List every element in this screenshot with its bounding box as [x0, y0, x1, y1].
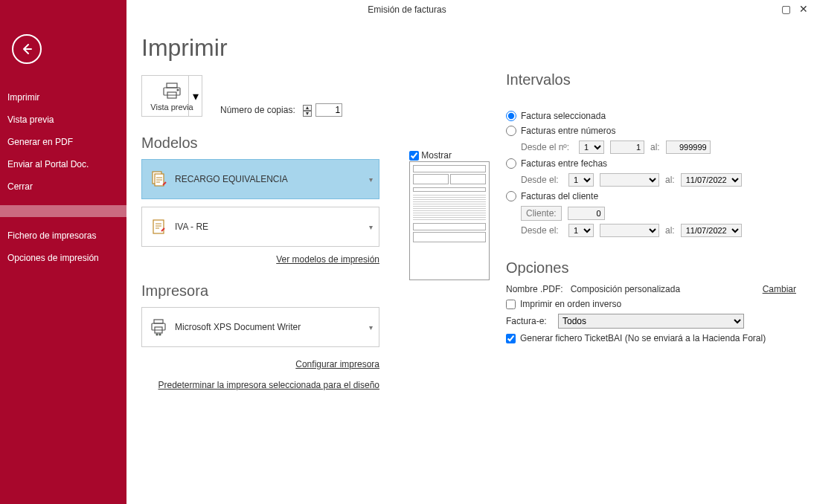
cliente-desde-date[interactable]	[600, 224, 659, 237]
radio-facturas-cliente[interactable]: Facturas del cliente	[506, 191, 796, 201]
mostrar-checkbox-row[interactable]: Mostrar	[409, 150, 452, 161]
facturae-label: Factura-e:	[506, 316, 554, 326]
sidebar-item-generar-pdf[interactable]: Generar en PDF	[0, 131, 126, 153]
sidebar-item-opciones-impresion[interactable]: Opciones de impresión	[0, 247, 126, 269]
intervalos-heading: Intervalos	[506, 71, 796, 88]
radio-facturas-fechas[interactable]: Facturas entre fechas	[506, 158, 796, 169]
svg-rect-7	[154, 320, 163, 323]
modelos-heading: Modelos	[141, 135, 379, 152]
sidebar-item-fichero-impresoras[interactable]: Fichero de impresoras	[0, 224, 126, 247]
model-option-2-label: IVA - RE	[175, 222, 208, 232]
copies-down[interactable]: ▾	[303, 111, 312, 117]
hasta-fecha-date[interactable]: 11/07/2022	[681, 173, 742, 187]
back-button[interactable]	[12, 34, 42, 64]
print-preview-thumbnail	[409, 161, 490, 280]
chevron-down-icon: ▾	[369, 175, 373, 184]
cliente-hasta-date[interactable]: 11/07/2022	[681, 224, 742, 237]
configurar-impresora-link[interactable]: Configurar impresora	[141, 359, 379, 369]
desde-num-label: Desde el nº:	[521, 142, 573, 152]
sidebar: Imprimir Vista previa Generar en PDF Env…	[0, 0, 126, 504]
desde-fecha-serie[interactable]: 1	[568, 173, 594, 187]
svg-point-11	[159, 334, 161, 335]
model-option-2[interactable]: IVA - RE ▾	[141, 207, 379, 247]
vista-previa-dropdown[interactable]: ▾	[188, 76, 202, 116]
ticketbai-checkbox[interactable]	[506, 334, 516, 343]
hasta-num-input[interactable]	[666, 140, 711, 154]
cliente-desde-serie[interactable]: 1	[568, 224, 594, 237]
desde-fecha-date[interactable]	[600, 173, 659, 187]
mostrar-label: Mostrar	[421, 150, 452, 161]
model-option-1-label: RECARGO EQUIVALENCIA	[175, 174, 288, 184]
maximize-icon[interactable]: ▢	[780, 3, 792, 15]
sidebar-item-vista-previa[interactable]: Vista previa	[0, 109, 126, 131]
close-icon[interactable]: ✕	[798, 3, 810, 15]
cliente-input[interactable]	[568, 207, 605, 220]
sidebar-item-enviar-portal[interactable]: Enviar al Portal Doc.	[0, 153, 126, 175]
copies-input[interactable]	[315, 103, 342, 117]
desde-fecha-label: Desde el:	[521, 175, 563, 185]
window-title: Emisión de facturas	[368, 4, 446, 15]
ver-modelos-link[interactable]: Ver modelos de impresión	[141, 254, 379, 265]
cliente-label: Cliente:	[521, 206, 562, 221]
document-icon	[150, 170, 167, 188]
vista-previa-button[interactable]: Vista previa ▾	[141, 75, 202, 117]
al-label: al:	[665, 175, 675, 185]
sidebar-item-imprimir[interactable]: Imprimir	[0, 86, 126, 109]
predeterminar-impresora-link[interactable]: Predeterminar la impresora seleccionada …	[141, 380, 379, 390]
sidebar-separator	[0, 205, 126, 217]
radio-facturas-numeros[interactable]: Facturas entre números	[506, 126, 796, 136]
pdf-name-label: Nombre .PDF:	[506, 284, 563, 294]
al-label: al:	[665, 225, 675, 236]
printer-name: Microsoft XPS Document Writer	[175, 322, 301, 332]
chevron-down-icon: ▾	[369, 223, 373, 231]
pdf-name-value: Composición personalizada	[571, 284, 680, 294]
ticketbai-row[interactable]: Generar fichero TicketBAI (No se enviará…	[506, 333, 796, 343]
cambiar-link[interactable]: Cambiar	[763, 284, 796, 294]
orden-inverso-row[interactable]: Imprimir en orden inverso	[506, 299, 796, 309]
desde-num-serie[interactable]: 1	[579, 140, 604, 154]
chevron-down-icon: ▾	[369, 323, 373, 332]
page-heading: Imprimir	[141, 34, 796, 62]
impresora-heading: Impresora	[141, 282, 379, 300]
model-option-1[interactable]: RECARGO EQUIVALENCIA ▾	[141, 159, 379, 199]
svg-rect-0	[167, 83, 177, 88]
orden-inverso-checkbox[interactable]	[506, 300, 516, 309]
cliente-desde-label: Desde el:	[521, 225, 563, 236]
document-icon	[150, 218, 167, 236]
radio-factura-seleccionada[interactable]: Factura seleccionada	[506, 111, 796, 121]
svg-point-10	[156, 334, 158, 335]
copies-label: Número de copias:	[220, 105, 295, 115]
mostrar-checkbox[interactable]	[409, 151, 419, 161]
printer-select[interactable]: Microsoft XPS Document Writer ▾	[141, 307, 379, 347]
facturae-select[interactable]: Todos	[558, 314, 744, 329]
desde-num-input[interactable]	[610, 140, 644, 154]
sidebar-item-cerrar[interactable]: Cerrar	[0, 175, 126, 198]
right-panel: Intervalos Factura seleccionada Facturas…	[506, 64, 796, 348]
opciones-heading: Opciones	[506, 259, 796, 277]
printer-icon	[150, 318, 167, 336]
svg-point-3	[177, 89, 179, 91]
al-label: al:	[650, 142, 660, 152]
